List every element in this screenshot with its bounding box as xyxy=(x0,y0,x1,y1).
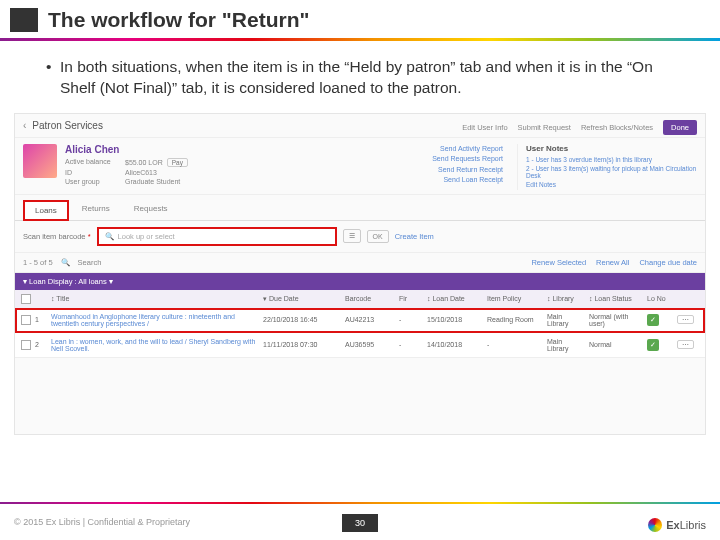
result-count: 1 - 5 of 5 xyxy=(23,258,53,267)
logo-swirl-icon xyxy=(648,518,662,532)
table-row[interactable]: 1 Womanhood in Anglophone literary cultu… xyxy=(15,308,705,333)
send-loan-link[interactable]: Send Loan Receipt xyxy=(379,175,503,186)
list-icon[interactable]: ☰ xyxy=(343,229,361,243)
check-icon: ✓ xyxy=(647,339,659,351)
send-activity-link[interactable]: Send Activity Report xyxy=(379,144,503,155)
check-icon: ✓ xyxy=(647,314,659,326)
renew-all-link[interactable]: Renew All xyxy=(596,258,629,267)
bullet-text: In both situations, when the item is in … xyxy=(60,57,686,99)
copyright: © 2015 Ex Libris | Confidential & Propri… xyxy=(0,517,190,527)
note-1: 1 - User has 3 overdue item(s) in this l… xyxy=(526,156,697,163)
back-icon[interactable]: ‹ xyxy=(23,120,26,131)
barcode-input[interactable]: 🔍Look up or select xyxy=(97,227,337,246)
table-header: ↕ Title ▾ Due Date Barcode Fir ↕ Loan Da… xyxy=(15,290,705,308)
change-due-link[interactable]: Change due date xyxy=(639,258,697,267)
page-number: 30 xyxy=(342,514,378,532)
breadcrumb: Patron Services xyxy=(32,120,103,131)
ok-button[interactable]: OK xyxy=(367,230,389,243)
row-checkbox[interactable] xyxy=(21,315,31,325)
search-label: Search xyxy=(78,258,102,267)
bullet-dot: • xyxy=(46,57,60,99)
screenshot-panel: ‹ Patron Services Edit User Info Submit … xyxy=(14,113,706,435)
group-value: Graduate Student xyxy=(125,178,205,185)
group-label: User group xyxy=(65,178,125,185)
refresh-link[interactable]: Refresh Blocks/Notes xyxy=(581,123,653,132)
user-notes-heading: User Notes xyxy=(526,144,697,153)
row-actions[interactable]: ⋯ xyxy=(677,340,694,349)
balance-value: $55.00 LORPay xyxy=(125,158,205,167)
tab-requests[interactable]: Requests xyxy=(123,199,179,220)
renew-selected-link[interactable]: Renew Selected xyxy=(531,258,586,267)
loan-display-filter[interactable]: ▾ Loan Display : All loans ▾ xyxy=(15,273,705,290)
id-label: ID xyxy=(65,169,125,176)
loan-title[interactable]: Lean in : women, work, and the will to l… xyxy=(51,338,259,352)
tab-returns[interactable]: Returns xyxy=(71,199,121,220)
id-value: AliceC613 xyxy=(125,169,205,176)
pay-button[interactable]: Pay xyxy=(167,158,188,167)
title-block xyxy=(10,8,38,32)
row-actions[interactable]: ⋯ xyxy=(677,315,694,324)
avatar xyxy=(23,144,57,178)
user-name: Alicia Chen xyxy=(65,144,371,155)
edit-user-link[interactable]: Edit User Info xyxy=(462,123,507,132)
note-2: 2 - User has 3 item(s) waiting for picku… xyxy=(526,165,697,179)
search-icon-2[interactable]: 🔍 xyxy=(61,258,70,267)
select-all-checkbox[interactable] xyxy=(21,294,31,304)
row-checkbox[interactable] xyxy=(21,340,31,350)
exlibris-logo: ExLibris xyxy=(648,518,706,532)
table-row[interactable]: 2 Lean in : women, work, and the will to… xyxy=(15,333,705,358)
search-icon: 🔍 xyxy=(105,232,114,241)
tab-loans[interactable]: Loans xyxy=(23,200,69,221)
create-item-link[interactable]: Create Item xyxy=(395,232,434,241)
balance-label: Active balance xyxy=(65,158,125,167)
submit-request-link[interactable]: Submit Request xyxy=(518,123,571,132)
slide-title: The workflow for "Return" xyxy=(48,8,309,32)
edit-notes-link[interactable]: Edit Notes xyxy=(526,181,697,188)
send-requests-link[interactable]: Send Requests Report xyxy=(379,154,503,165)
send-return-link[interactable]: Send Return Receipt xyxy=(379,165,503,176)
scan-label: Scan item barcode * xyxy=(23,232,91,241)
loan-title[interactable]: Womanhood in Anglophone literary culture… xyxy=(51,313,259,327)
done-button[interactable]: Done xyxy=(663,120,697,135)
